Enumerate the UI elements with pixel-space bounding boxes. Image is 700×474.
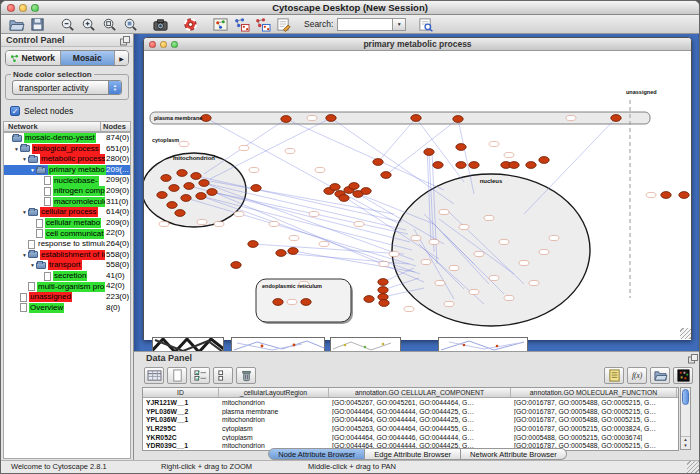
tab-overflow-arrow[interactable]: ▶ [115, 51, 128, 65]
network-edge[interactable] [524, 118, 616, 214]
network-node[interactable] [169, 185, 179, 192]
search-dropdown-button[interactable]: ▼ [393, 18, 406, 31]
tab-node-attribute-browser[interactable]: Node Attribute Browser [268, 448, 365, 460]
attribute-matrix-button[interactable] [673, 367, 693, 384]
new-attribute-button[interactable] [167, 367, 187, 384]
save-session-button[interactable] [27, 16, 48, 33]
tree-expand-icon[interactable]: ▼ [29, 262, 36, 268]
network-node[interactable] [184, 183, 194, 190]
network-node[interactable] [273, 299, 283, 306]
tree-row[interactable]: nitrogen compo209(0) [4, 186, 130, 197]
tree-expand-icon[interactable]: ▼ [21, 156, 28, 162]
table-column-header[interactable]: ID [143, 388, 219, 397]
attribute-list-button[interactable] [604, 367, 624, 384]
tree-expand-icon[interactable]: ▼ [21, 209, 28, 215]
network-node[interactable] [373, 159, 383, 166]
network-node[interactable] [196, 193, 206, 200]
network-node[interactable] [288, 248, 298, 255]
tree-row[interactable]: ▼primary metabo209(... [4, 165, 130, 176]
tree-row[interactable]: cell communicat22(0) [4, 228, 130, 239]
network-node[interactable] [379, 300, 389, 307]
tree-row[interactable]: response to stimulu264(0) [4, 239, 130, 250]
tree-col-nodes[interactable]: Nodes [100, 122, 130, 131]
network-view-window[interactable]: primary metabolic process plasma membran… [143, 37, 692, 340]
layout-network-red-button[interactable] [252, 16, 273, 33]
network-edge[interactable] [378, 118, 416, 162]
network-overview-button[interactable] [210, 16, 231, 33]
network-node[interactable] [469, 162, 479, 169]
table-column-header[interactable]: annotation.GO MOLECULAR_FUNCTION [511, 388, 677, 397]
search-input[interactable] [337, 18, 393, 31]
network-node[interactable] [276, 250, 286, 257]
tree-row[interactable]: ▼biological_process651(0) [4, 144, 130, 155]
tree-row[interactable]: multi-organism pro42(0) [4, 281, 130, 292]
search-options-button[interactable] [415, 16, 436, 33]
network-node[interactable] [157, 192, 167, 199]
table-column-header[interactable]: _cellularLayoutRegion [219, 388, 329, 397]
network-node[interactable] [191, 173, 201, 180]
network-node[interactable] [661, 192, 671, 199]
network-node[interactable] [201, 115, 211, 122]
network-node[interactable] [301, 299, 311, 306]
zoom-fit-button[interactable] [99, 16, 120, 33]
network-node[interactable] [199, 180, 209, 187]
network-node[interactable] [378, 279, 388, 286]
close-window-button[interactable] [7, 4, 15, 12]
node-color-select[interactable]: transporter activity ▲▼ [12, 80, 122, 95]
network-canvas-container[interactable]: plasma membranecytoplasmmitochondrionnuc… [144, 52, 691, 340]
minimized-window-3[interactable] [330, 337, 401, 351]
network-node[interactable] [411, 115, 421, 122]
table-scrollbar[interactable]: ▲▼ [680, 387, 691, 450]
zoom-selected-button[interactable] [120, 16, 141, 33]
network-node[interactable] [526, 162, 536, 169]
tree-row[interactable]: mosaic-demo-yeast874(0) [4, 133, 130, 144]
tree-row[interactable]: macromolecule311(0) [4, 197, 130, 208]
snapshot-button[interactable] [150, 16, 171, 33]
annotation-button[interactable] [273, 16, 294, 33]
network-node[interactable] [181, 195, 191, 202]
tab-edge-attribute-browser[interactable]: Edge Attribute Browser [365, 448, 461, 460]
minimize-view-button[interactable] [160, 41, 167, 48]
network-node[interactable] [281, 116, 291, 123]
network-edge[interactable] [210, 118, 331, 179]
network-node[interactable] [456, 162, 466, 169]
tab-network[interactable]: Network [6, 51, 61, 65]
network-node[interactable] [361, 188, 371, 195]
tree-row[interactable]: unassigned223(0) [4, 292, 130, 303]
tree-row[interactable]: cellular metabo209(0) [4, 218, 130, 229]
attribute-table-button[interactable] [144, 367, 164, 384]
select-nodes-checkbox[interactable]: ✓ [10, 106, 20, 116]
network-edge[interactable] [416, 118, 464, 182]
table-row[interactable]: YKR052Ccytoplasm[GO:0044464, GO:0044446,… [143, 433, 678, 442]
open-session-button[interactable] [6, 16, 27, 33]
network-node[interactable] [251, 185, 261, 192]
function-builder-button[interactable]: f(x) [627, 367, 647, 384]
select-attributes-button[interactable] [190, 367, 210, 384]
network-node[interactable] [339, 195, 349, 202]
tree-row[interactable]: secretion41(0) [4, 271, 130, 282]
network-node[interactable] [381, 172, 391, 179]
tree-row[interactable]: ▼cellular process614(0) [4, 207, 130, 218]
tree-row[interactable]: ▼metabolic process280(0) [4, 154, 130, 165]
zoom-out-button[interactable] [57, 16, 78, 33]
region-nucleus[interactable] [392, 174, 590, 326]
network-edge[interactable] [386, 119, 458, 175]
tree-col-network[interactable]: Network [4, 122, 100, 131]
table-row[interactable]: YPL036W__2plasma membrane[GO:0044464, GO… [143, 407, 678, 416]
zoom-in-button[interactable] [78, 16, 99, 33]
network-node[interactable] [349, 183, 359, 190]
tree-expand-icon[interactable]: ▼ [29, 167, 36, 173]
scrollbar-thumb[interactable] [682, 389, 689, 405]
tree-expand-icon[interactable]: ▼ [13, 146, 20, 152]
minimized-window-1[interactable] [152, 337, 224, 351]
network-node[interactable] [456, 144, 466, 151]
network-node[interactable] [453, 116, 463, 123]
table-row[interactable]: YLR295Ccytoplasm[GO:0045263, GO:0044464,… [143, 424, 678, 433]
minimized-window-2[interactable] [231, 337, 325, 351]
network-node[interactable] [207, 189, 217, 196]
network-node[interactable] [248, 241, 258, 248]
network-edge[interactable] [286, 119, 444, 190]
tree-row[interactable]: ▼establishment of lo558(0) [4, 250, 130, 261]
network-node[interactable] [364, 296, 374, 303]
minimize-window-button[interactable] [19, 4, 27, 12]
